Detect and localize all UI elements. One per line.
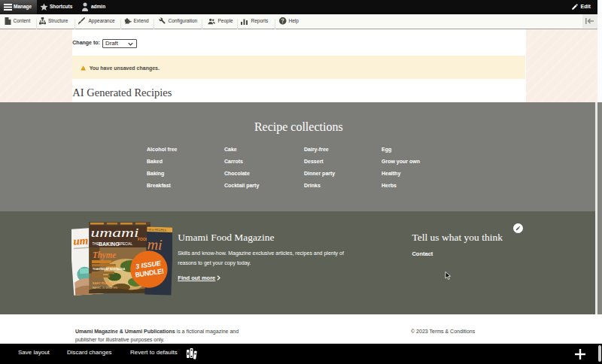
svg-text:um: um <box>72 234 88 247</box>
svg-text:Thyme: Thyme <box>93 249 116 260</box>
svg-text:BAKED IN MINUTES: BAKED IN MINUTES <box>93 287 118 290</box>
svg-text:BAKING: BAKING <box>99 241 120 247</box>
svg-text:EASY PLAN KEY: EASY PLAN KEY <box>93 281 117 285</box>
svg-text:TOASTED AT NOSTALGIA: TOASTED AT NOSTALGIA <box>93 268 126 271</box>
svg-text:mi: mi <box>147 235 163 253</box>
svg-text:SPECIAL: SPECIAL <box>118 242 133 246</box>
svg-text:umami: umami <box>90 226 138 239</box>
